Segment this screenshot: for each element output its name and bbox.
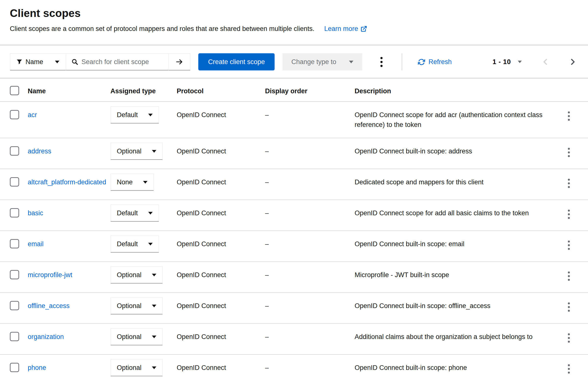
search-input[interactable] bbox=[81, 58, 163, 66]
assigned-type-select[interactable]: Optional bbox=[110, 143, 163, 160]
previous-page-button[interactable] bbox=[540, 56, 551, 68]
row-kebab-menu-button[interactable] bbox=[563, 268, 574, 284]
assigned-type-value: Optional bbox=[117, 146, 142, 156]
description-value: Dedicated scope and mappers for this cli… bbox=[355, 169, 557, 200]
table-body: acr Default OpenID Connect – OpenID Conn… bbox=[0, 102, 588, 378]
table-row: email Default OpenID Connect – OpenID Co… bbox=[0, 231, 588, 262]
row-kebab-menu-button[interactable] bbox=[563, 206, 574, 222]
toolbar: Name Create client scope Change type to bbox=[0, 45, 588, 78]
chevron-down-icon bbox=[349, 61, 353, 63]
assigned-type-value: Optional bbox=[117, 332, 142, 342]
arrow-right-icon bbox=[175, 58, 183, 66]
toolbar-kebab-menu-button[interactable] bbox=[376, 54, 387, 70]
assigned-type-select[interactable]: None bbox=[110, 174, 154, 191]
protocol-value: OpenID Connect bbox=[177, 324, 265, 354]
display-order-value: – bbox=[265, 200, 355, 230]
search-icon bbox=[72, 59, 78, 65]
chevron-down-icon bbox=[143, 181, 147, 184]
search-type-dropdown[interactable]: Name bbox=[10, 53, 66, 70]
row-kebab-menu-button[interactable] bbox=[563, 108, 574, 124]
display-order-value: – bbox=[265, 293, 355, 323]
client-scope-name-link[interactable]: address bbox=[28, 148, 51, 155]
table-row: altcraft_platform-dedicated None OpenID … bbox=[0, 169, 588, 200]
page-subtitle: Client scopes are a common set of protoc… bbox=[10, 24, 314, 33]
display-order-value: – bbox=[265, 324, 355, 354]
client-scope-name-link[interactable]: basic bbox=[28, 209, 43, 217]
protocol-value: OpenID Connect bbox=[177, 200, 265, 230]
assigned-type-value: Optional bbox=[117, 363, 142, 373]
description-value: Additional claims about the organization… bbox=[355, 324, 557, 354]
chevron-down-icon bbox=[148, 243, 153, 245]
client-scope-name-link[interactable]: phone bbox=[28, 364, 46, 371]
row-kebab-menu-button[interactable] bbox=[563, 175, 574, 191]
client-scope-name-link[interactable]: acr bbox=[28, 111, 37, 119]
learn-more-label: Learn more bbox=[324, 24, 358, 33]
client-scope-name-link[interactable]: altcraft_platform-dedicated bbox=[28, 178, 106, 186]
row-checkbox[interactable] bbox=[10, 110, 19, 119]
chevron-down-icon bbox=[55, 61, 59, 63]
client-scope-name-link[interactable]: organization bbox=[28, 333, 64, 340]
row-checkbox[interactable] bbox=[10, 301, 19, 310]
assigned-type-select[interactable]: Optional bbox=[110, 328, 163, 345]
chevron-down-icon bbox=[148, 212, 153, 215]
row-kebab-menu-button[interactable] bbox=[563, 361, 574, 377]
refresh-label: Refresh bbox=[428, 58, 452, 66]
assigned-type-select[interactable]: Default bbox=[110, 235, 159, 253]
assigned-type-select[interactable]: Default bbox=[110, 106, 159, 123]
row-kebab-menu-button[interactable] bbox=[563, 144, 574, 161]
display-order-value: – bbox=[265, 102, 355, 138]
client-scopes-table: Name Assigned type Protocol Display orde… bbox=[0, 79, 588, 378]
change-type-dropdown[interactable]: Change type to bbox=[282, 53, 362, 70]
toolbar-divider bbox=[402, 53, 402, 70]
filter-icon bbox=[17, 59, 22, 65]
description-value: Microprofile - JWT built-in scope bbox=[355, 262, 557, 292]
filter-selected-label: Name bbox=[26, 58, 43, 66]
row-kebab-menu-button[interactable] bbox=[563, 330, 574, 346]
display-order-value: – bbox=[265, 262, 355, 292]
chevron-down-icon bbox=[152, 336, 156, 338]
row-kebab-menu-button[interactable] bbox=[563, 299, 574, 315]
select-all-checkbox[interactable] bbox=[10, 86, 19, 95]
client-scope-name-link[interactable]: email bbox=[28, 240, 44, 248]
table-row: basic Default OpenID Connect – OpenID Co… bbox=[0, 200, 588, 231]
row-checkbox[interactable] bbox=[10, 146, 19, 156]
assigned-type-select[interactable]: Optional bbox=[110, 266, 163, 284]
assigned-type-value: Default bbox=[117, 239, 138, 249]
row-checkbox[interactable] bbox=[10, 208, 19, 217]
page-title: Client scopes bbox=[10, 7, 578, 20]
refresh-button[interactable]: Refresh bbox=[418, 58, 452, 66]
table-row: acr Default OpenID Connect – OpenID Conn… bbox=[0, 102, 588, 138]
search-submit-button[interactable] bbox=[168, 53, 190, 70]
column-header-protocol: Protocol bbox=[177, 79, 265, 101]
display-order-value: – bbox=[265, 169, 355, 200]
table-row: microprofile-jwt Optional OpenID Connect… bbox=[0, 262, 588, 293]
assigned-type-select[interactable]: Optional bbox=[110, 297, 163, 314]
row-checkbox[interactable] bbox=[10, 363, 19, 372]
assigned-type-select[interactable]: Optional bbox=[110, 359, 163, 376]
description-value: OpenID Connect built-in scope: email bbox=[355, 231, 557, 261]
pagination-range-dropdown[interactable]: 1 - 10 bbox=[493, 58, 522, 66]
row-checkbox[interactable] bbox=[10, 239, 19, 248]
row-kebab-menu-button[interactable] bbox=[563, 237, 574, 253]
client-scope-name-link[interactable]: microprofile-jwt bbox=[28, 271, 72, 279]
change-type-label: Change type to bbox=[291, 58, 336, 66]
next-page-button[interactable] bbox=[567, 56, 578, 68]
assigned-type-select[interactable]: Default bbox=[110, 204, 159, 222]
description-value: OpenID Connect built-in scope: address bbox=[355, 138, 557, 169]
description-value: OpenID Connect built-in scope: offline_a… bbox=[355, 293, 557, 323]
display-order-value: – bbox=[265, 355, 355, 378]
client-scope-name-link[interactable]: offline_access bbox=[28, 302, 70, 310]
row-checkbox[interactable] bbox=[10, 177, 19, 187]
create-client-scope-button[interactable]: Create client scope bbox=[198, 53, 275, 70]
chevron-down-icon bbox=[152, 366, 156, 369]
chevron-down-icon bbox=[152, 274, 156, 276]
learn-more-link[interactable]: Learn more bbox=[324, 24, 367, 33]
page-header: Client scopes Client scopes are a common… bbox=[0, 0, 588, 45]
column-header-name: Name bbox=[28, 79, 110, 101]
table-row: address Optional OpenID Connect – OpenID… bbox=[0, 138, 588, 169]
description-value: OpenID Connect scope for add all basic c… bbox=[355, 200, 557, 230]
row-checkbox[interactable] bbox=[10, 270, 19, 279]
column-header-description: Description bbox=[355, 79, 557, 101]
row-checkbox[interactable] bbox=[10, 332, 19, 341]
external-link-icon bbox=[361, 26, 367, 32]
